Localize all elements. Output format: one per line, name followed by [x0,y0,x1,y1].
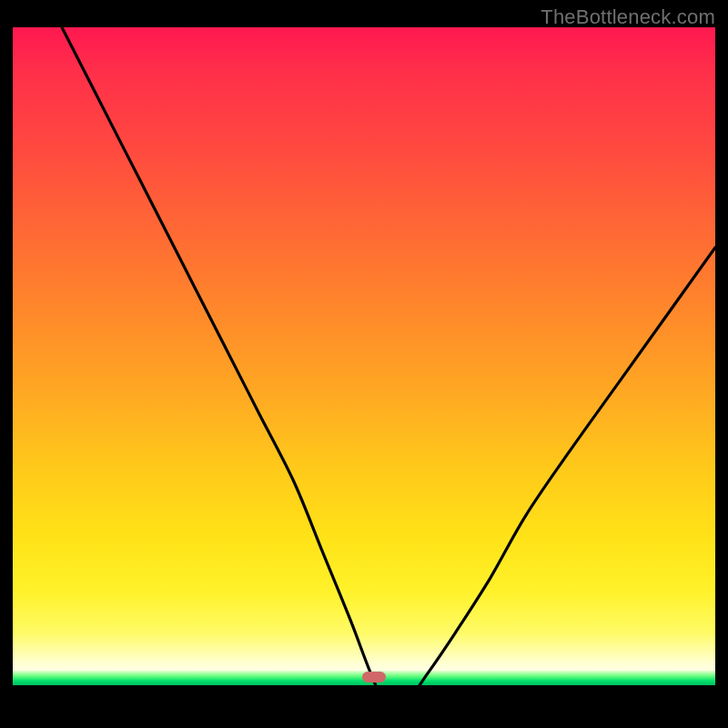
optimum-marker [362,672,386,682]
chart-frame: TheBottleneck.com [0,0,728,728]
watermark-text: TheBottleneck.com [541,5,715,29]
plot-area [13,27,715,715]
bottleneck-curve [13,27,715,715]
